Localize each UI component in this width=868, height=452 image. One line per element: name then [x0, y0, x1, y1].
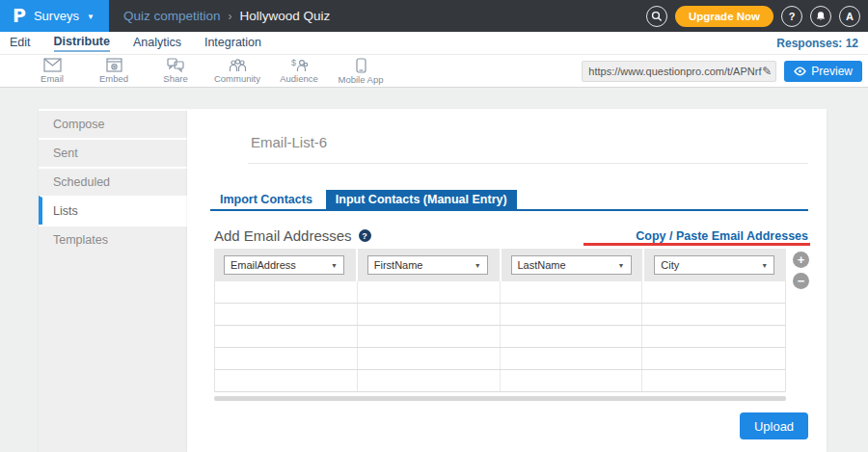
notifications-button[interactable]: [810, 6, 831, 27]
table-row: [215, 348, 785, 370]
tool-community[interactable]: Community: [206, 58, 268, 84]
cell-input[interactable]: [358, 370, 501, 391]
avatar-letter: A: [846, 11, 854, 22]
question-mark-icon: ?: [789, 11, 796, 22]
cell-input[interactable]: [501, 304, 643, 325]
section-title: Add Email Addresses: [214, 227, 352, 244]
cell-input[interactable]: [642, 326, 785, 347]
email-list-card: Email-List-6 Import Contacts Input Conta…: [187, 109, 827, 452]
avatar[interactable]: A: [839, 6, 860, 27]
bell-icon: [815, 11, 827, 22]
cell-input[interactable]: [501, 281, 643, 303]
cell-input[interactable]: [642, 281, 785, 303]
help-icon[interactable]: ?: [359, 229, 371, 242]
table-row: [215, 281, 785, 304]
tool-audience[interactable]: $ Audience: [268, 58, 330, 84]
cell-input[interactable]: [501, 348, 643, 369]
column-header-1: EmailAddress: [214, 249, 356, 281]
cell-input[interactable]: [215, 326, 358, 347]
cell-input[interactable]: [358, 348, 501, 369]
tab-input-contacts-manual-entry[interactable]: Input Contacts (Manual Entry): [326, 190, 517, 209]
row-controls: + −: [793, 252, 809, 289]
breadcrumb-current: Hollywood Quiz: [240, 9, 331, 23]
column-select-city[interactable]: City: [654, 255, 774, 275]
audience-icon: $: [290, 58, 309, 72]
share-icon: [167, 58, 184, 72]
column-header-2: FirstName: [358, 249, 500, 281]
mobile-app-icon: [356, 58, 366, 73]
column-select-first-name[interactable]: FirstName: [367, 255, 488, 275]
nav-tab-analytics[interactable]: Analytics: [133, 36, 181, 51]
embed-icon: [106, 58, 122, 72]
tool-embed[interactable]: Embed: [83, 58, 145, 84]
distribute-toolbar: Email Embed Share Community $ Audience M…: [0, 55, 868, 88]
survey-url-input[interactable]: [588, 66, 762, 77]
upgrade-now-button[interactable]: Upgrade Now: [675, 6, 773, 27]
breadcrumb: Quiz competition › Hollywood Quiz: [123, 9, 330, 23]
remove-row-button[interactable]: −: [793, 273, 809, 289]
sidebar-item-lists[interactable]: Lists: [39, 196, 187, 225]
search-button[interactable]: [646, 6, 667, 27]
topbar-actions: Upgrade Now ? A: [646, 6, 868, 27]
add-email-section-header: Add Email Addresses ? Copy / Paste Email…: [214, 227, 808, 244]
table-row: [215, 304, 785, 326]
cell-input[interactable]: [501, 326, 643, 347]
chevron-down-icon: ▼: [87, 13, 95, 21]
tab-import-contacts[interactable]: Import Contacts: [210, 190, 322, 209]
questionpro-logo: P: [13, 7, 26, 25]
cell-input[interactable]: [642, 304, 785, 325]
tool-email[interactable]: Email: [21, 58, 83, 84]
upload-button[interactable]: Upload: [740, 412, 808, 439]
cell-input[interactable]: [358, 304, 501, 325]
column-header-3: LastName: [502, 249, 643, 281]
tool-share[interactable]: Share: [145, 58, 206, 84]
email-sidebar: Compose Sent Scheduled Lists Templates: [39, 109, 187, 452]
contacts-tabs: Import Contacts Input Contacts (Manual E…: [210, 191, 808, 211]
table-row: [215, 326, 785, 348]
edit-url-icon[interactable]: ✎: [762, 65, 772, 78]
column-select-last-name[interactable]: LastName: [511, 255, 632, 275]
cell-input[interactable]: [358, 326, 501, 347]
breadcrumb-parent[interactable]: Quiz competition: [123, 9, 221, 23]
contact-table-body: [214, 281, 786, 392]
add-row-button[interactable]: +: [793, 252, 809, 268]
help-button[interactable]: ?: [781, 6, 802, 27]
horizontal-scrollbar[interactable]: [214, 396, 786, 401]
cell-input[interactable]: [358, 281, 501, 303]
cell-input[interactable]: [215, 348, 358, 369]
nav-tab-integration[interactable]: Integration: [204, 36, 261, 51]
nav-tab-distribute[interactable]: Distribute: [54, 35, 110, 52]
survey-url-field: ✎: [582, 61, 776, 82]
responses-count[interactable]: Responses: 12: [776, 37, 858, 50]
topbar: P Surveys ▼ Quiz competition › Hollywood…: [0, 0, 868, 32]
cell-input[interactable]: [642, 370, 785, 391]
cell-input[interactable]: [501, 370, 643, 391]
tool-mobile-app[interactable]: Mobile App: [330, 58, 392, 85]
page-title: Email-List-6: [251, 134, 327, 150]
contact-table-header: EmailAddress FirstName LastName City: [214, 249, 786, 281]
sidebar-item-templates[interactable]: Templates: [39, 225, 187, 253]
cell-input[interactable]: [215, 281, 358, 303]
nav-tab-edit[interactable]: Edit: [10, 36, 31, 51]
cell-input[interactable]: [215, 304, 358, 325]
red-highlight-line: [583, 243, 810, 246]
copy-paste-email-link[interactable]: Copy / Paste Email Addresses: [636, 229, 808, 243]
cell-input[interactable]: [642, 348, 785, 369]
sidebar-item-scheduled[interactable]: Scheduled: [39, 167, 187, 196]
cell-input[interactable]: [215, 370, 358, 391]
sidebar-item-compose[interactable]: Compose: [39, 109, 187, 138]
email-icon: [43, 58, 62, 72]
svg-text:$: $: [291, 58, 296, 67]
search-icon: [651, 11, 663, 22]
title-divider: [248, 163, 808, 164]
toolbar-right: ✎ Preview: [582, 61, 868, 82]
survey-nav: Edit Distribute Analytics Integration Re…: [0, 32, 868, 55]
column-select-email-address[interactable]: EmailAddress: [224, 255, 344, 275]
screen: P Surveys ▼ Quiz competition › Hollywood…: [0, 0, 868, 452]
surveys-menu[interactable]: P Surveys ▼: [0, 0, 109, 32]
preview-button[interactable]: Preview: [784, 61, 862, 82]
sidebar-item-sent[interactable]: Sent: [39, 138, 187, 167]
community-icon: [229, 58, 247, 72]
surveys-menu-label: Surveys: [34, 9, 79, 23]
eye-icon: [794, 66, 806, 76]
